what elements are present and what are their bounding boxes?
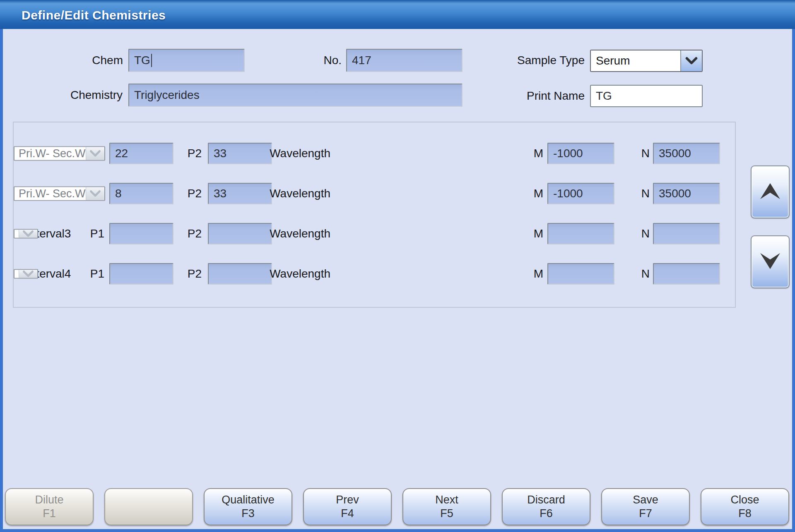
wavelength-select[interactable]: Pri.W- Sec.W [14, 186, 105, 201]
p1-input[interactable]: 8 [109, 183, 173, 204]
chevron-down-icon[interactable] [86, 187, 104, 200]
no-label: No. [293, 49, 342, 72]
print-name-value: TG [591, 89, 612, 103]
chem-value: TG [129, 54, 150, 67]
function-button[interactable]: Next F5 [402, 488, 491, 525]
chemistry-label: Chemistry [36, 84, 123, 107]
p2-label: P2 [175, 227, 202, 240]
p2-value: 33 [209, 187, 226, 200]
scroll-down-button[interactable] [751, 235, 790, 288]
interval-row: Interval1 P1 22 P2 33 Wavelength Pri.W- … [14, 133, 735, 173]
function-button-label: Next [435, 493, 458, 507]
interval-row: Interval4 P1 P2 Wavelength [14, 254, 735, 294]
function-button[interactable]: Save F7 [601, 488, 690, 525]
n-input[interactable]: 35000 [653, 143, 720, 164]
window-titlebar: Define/Edit Chemistries [0, 0, 795, 29]
function-button[interactable]: Qualitative F3 [204, 488, 292, 525]
m-label: M [528, 187, 543, 200]
function-button[interactable]: Discard F6 [502, 488, 590, 525]
wavelength-select[interactable]: Pri.W- Sec.W [14, 146, 105, 161]
m-label: M [528, 147, 543, 160]
function-button-key: F5 [440, 507, 453, 520]
function-button-label: Dilute [35, 493, 63, 507]
intervals-panel: Interval1 P1 22 P2 33 Wavelength Pri.W- … [13, 122, 736, 308]
function-button[interactable]: Close F8 [701, 488, 789, 525]
p2-label: P2 [175, 147, 202, 160]
function-button-key: F4 [341, 507, 354, 520]
m-input[interactable] [547, 223, 614, 244]
n-label: N [635, 267, 650, 280]
n-input[interactable]: 35000 [653, 183, 720, 204]
wavelength-label: Wavelength [258, 227, 330, 240]
n-input[interactable] [653, 223, 720, 244]
m-value: -1000 [548, 187, 583, 200]
wavelength-select[interactable] [14, 269, 38, 278]
function-button-key: F1 [43, 507, 56, 520]
scroll-up-button[interactable] [751, 165, 790, 218]
sample-type-label: Sample Type [479, 49, 585, 72]
sample-type-select[interactable]: Serum [590, 50, 703, 72]
p2-label: P2 [175, 187, 202, 200]
function-button-key: F8 [738, 507, 752, 520]
no-input[interactable]: 417 [346, 49, 463, 72]
window-title: Define/Edit Chemistries [0, 7, 166, 22]
n-value: 35000 [654, 187, 691, 200]
wavelength-value: Pri.W- Sec.W [14, 187, 86, 200]
n-label: N [635, 227, 650, 240]
p1-input[interactable] [109, 223, 173, 244]
n-label: N [635, 187, 650, 200]
wavelength-value: Pri.W- Sec.W [14, 147, 86, 160]
chevron-up-icon [758, 182, 782, 202]
function-button-label: Save [633, 493, 658, 507]
m-input[interactable] [547, 263, 614, 285]
interval-row: Interval3 P1 P2 Wavelength [14, 213, 735, 254]
function-button[interactable] [104, 488, 193, 525]
m-label: M [528, 227, 543, 240]
chevron-down-icon [758, 252, 782, 272]
wavelength-value [14, 270, 19, 278]
n-label: N [635, 147, 650, 160]
p1-value: 8 [110, 187, 122, 200]
wavelength-label: Wavelength [258, 187, 330, 200]
function-button[interactable]: Prev F4 [303, 488, 392, 525]
n-value: 35000 [654, 147, 691, 160]
chevron-down-icon[interactable] [86, 147, 104, 160]
print-name-input[interactable]: TG [590, 85, 703, 107]
chevron-down-icon[interactable] [680, 50, 702, 71]
m-label: M [528, 267, 543, 280]
function-button-label: Discard [527, 493, 565, 507]
sample-type-value: Serum [591, 50, 680, 71]
define-edit-chemistries-window: Define/Edit Chemistries Chem TG No. 417 … [0, 0, 795, 532]
wavelength-select[interactable] [14, 229, 38, 238]
function-button-key: F3 [241, 507, 255, 520]
m-input[interactable]: -1000 [547, 183, 614, 204]
p2-label: P2 [175, 267, 202, 280]
m-value: -1000 [548, 147, 583, 160]
function-button-label: Prev [336, 493, 359, 507]
p1-input[interactable]: 22 [109, 143, 173, 164]
p1-value: 22 [110, 147, 128, 160]
text-caret [151, 54, 152, 67]
function-button[interactable]: Dilute F1 [5, 488, 94, 525]
wavelength-value [14, 230, 19, 237]
chemistry-value: Triglycerides [129, 89, 200, 102]
print-name-label: Print Name [491, 85, 585, 107]
chemistry-input[interactable]: Triglycerides [128, 84, 463, 107]
interval-row: Interval2 P1 8 P2 33 Wavelength Pri.W- S… [14, 173, 735, 213]
m-input[interactable]: -1000 [547, 143, 614, 164]
p2-value: 33 [209, 147, 226, 160]
function-button-label: Close [730, 493, 759, 507]
chevron-down-icon[interactable] [19, 270, 37, 278]
chem-input[interactable]: TG [128, 49, 245, 72]
p1-label: P1 [78, 267, 104, 280]
p1-label: P1 [78, 227, 104, 240]
window-content: Chem TG No. 417 Sample Type Serum Chemis… [3, 29, 792, 529]
no-value: 417 [347, 54, 371, 67]
footer-buttons: Dilute F1 Qualitative F3 Prev F4 [5, 488, 789, 525]
chevron-down-icon[interactable] [19, 230, 37, 237]
n-input[interactable] [653, 263, 720, 285]
function-button-key: F7 [639, 507, 652, 520]
p1-input[interactable] [109, 263, 173, 285]
wavelength-label: Wavelength [258, 147, 330, 160]
function-button-label: Qualitative [222, 493, 275, 507]
